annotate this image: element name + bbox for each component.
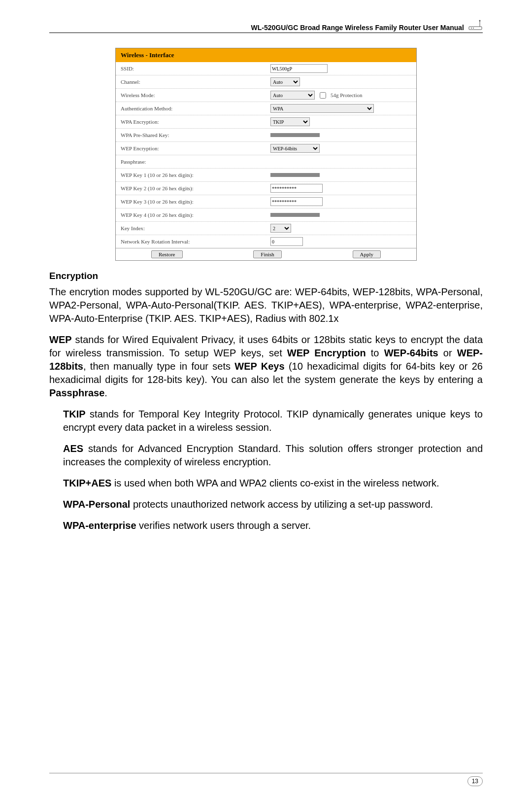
select-auth[interactable]: WPA	[270, 104, 374, 113]
term-tkip: TKIP	[63, 409, 86, 419]
input-psk[interactable]	[270, 133, 320, 137]
select-channel[interactable]: Auto	[270, 77, 300, 86]
row-channel: Channel: Auto	[116, 75, 416, 89]
svg-point-2	[479, 20, 481, 22]
label-k4: WEP Key 4 (10 or 26 hex digits):	[116, 212, 268, 218]
select-kidx[interactable]: 2	[270, 224, 291, 233]
label-k1: WEP Key 1 (10 or 26 hex digits):	[116, 172, 268, 178]
term-tkipaes: TKIP+AES	[63, 478, 111, 488]
para-modes: The encrytion modes supported by WL-520G…	[49, 285, 483, 325]
row-wepenc: WEP Encryption: WEP-64bits	[116, 142, 416, 155]
input-ssid[interactable]	[270, 64, 328, 73]
row-k1: WEP Key 1 (10 or 26 hex digits):	[116, 169, 416, 182]
label-k2: WEP Key 2 (10 or 26 hex digits):	[116, 185, 268, 191]
row-psk: WPA Pre-Shared Key:	[116, 129, 416, 142]
page-header: WL-520GU/GC Broad Range Wireless Family …	[49, 20, 483, 33]
label-kidx: Key Index:	[116, 225, 268, 231]
para-wpa-enterprise: WPA-enterprise verifies network users th…	[63, 519, 483, 532]
button-row: Restore Finish Apply	[116, 248, 416, 260]
finish-button[interactable]: Finish	[253, 250, 282, 258]
svg-point-4	[473, 28, 474, 29]
input-rot[interactable]	[270, 237, 303, 246]
row-rot: Network Key Rotation Interval:	[116, 235, 416, 248]
restore-button[interactable]: Restore	[151, 250, 183, 258]
label-54g: 54g Protection	[331, 92, 362, 98]
para-tkipaes: TKIP+AES is used when both WPA and WPA2 …	[63, 477, 483, 490]
row-wpaenc: WPA Encryption: TKIP	[116, 115, 416, 129]
page-footer: 13	[49, 773, 483, 773]
label-rot: Network Key Rotation Interval:	[116, 239, 268, 244]
row-k3: WEP Key 3 (10 or 26 hex digits):	[116, 195, 416, 208]
select-wpaenc[interactable]: TKIP	[270, 117, 310, 126]
label-channel: Channel:	[116, 79, 268, 85]
select-mode[interactable]: Auto	[270, 91, 315, 100]
input-k4[interactable]	[270, 213, 320, 217]
label-k3: WEP Key 3 (10 or 26 hex digits):	[116, 199, 268, 205]
section-heading: Encryption	[49, 271, 483, 281]
page-number: 13	[467, 776, 483, 786]
apply-button[interactable]: Apply	[353, 250, 381, 258]
term-wpa-personal: WPA-Personal	[63, 499, 130, 510]
row-auth: Authentication Method: WPA	[116, 102, 416, 115]
input-k3[interactable]	[270, 197, 323, 206]
para-aes: AES stands for Advanced Encryption Stand…	[63, 442, 483, 469]
svg-point-3	[471, 28, 472, 29]
router-icon	[468, 20, 483, 32]
label-wpaenc: WPA Encryption:	[116, 119, 268, 125]
label-ssid: SSID:	[116, 66, 268, 71]
label-auth: Authentication Method:	[116, 105, 268, 111]
select-wepenc[interactable]: WEP-64bits	[270, 144, 320, 153]
row-pass: Passphrase:	[116, 155, 416, 169]
label-psk: WPA Pre-Shared Key:	[116, 132, 268, 138]
term-aes: AES	[63, 443, 83, 454]
row-mode: Wireless Mode: Auto 54g Protection	[116, 89, 416, 102]
row-kidx: Key Index: 2	[116, 222, 416, 235]
para-tkip: TKIP stands for Temporal Key Integrity P…	[63, 408, 483, 434]
label-mode: Wireless Mode:	[116, 92, 268, 98]
para-wep: WEP stands for Wired Equivalent Privacy,…	[49, 333, 483, 400]
panel-title: Wireless - Interface	[116, 48, 416, 62]
row-ssid: SSID:	[116, 62, 416, 75]
para-wpa-personal: WPA-Personal protects unauthorized netwo…	[63, 498, 483, 511]
input-k2[interactable]	[270, 184, 323, 193]
header-title: WL-520GU/GC Broad Range Wireless Family …	[251, 24, 464, 32]
term-wep: WEP	[49, 334, 72, 345]
row-k2: WEP Key 2 (10 or 26 hex digits):	[116, 182, 416, 195]
input-k1[interactable]	[270, 173, 320, 177]
wireless-interface-panel: Wireless - Interface SSID: Channel: Auto…	[115, 48, 417, 261]
row-k4: WEP Key 4 (10 or 26 hex digits):	[116, 208, 416, 222]
label-wepenc: WEP Encryption:	[116, 145, 268, 151]
label-pass: Passphrase:	[116, 159, 268, 165]
svg-rect-0	[469, 27, 482, 30]
term-wpa-enterprise: WPA-enterprise	[63, 520, 136, 531]
checkbox-54g[interactable]	[320, 92, 326, 99]
